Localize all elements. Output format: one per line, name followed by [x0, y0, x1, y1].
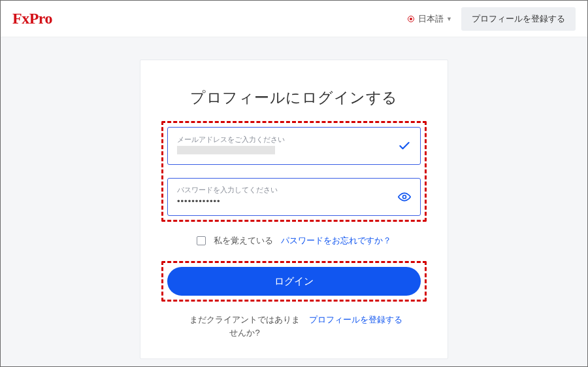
register-profile-link[interactable]: プロフィールを登録する: [309, 313, 402, 339]
password-field[interactable]: パスワードを入力してください ••••••••••••: [167, 178, 421, 216]
fields-highlight: メールアドレスをご入力ください パスワードを入力してください •••••••••…: [161, 121, 427, 222]
not-client-text: まだクライアントではありませんか?: [186, 313, 304, 339]
svg-point-0: [403, 196, 406, 199]
remember-checkbox[interactable]: [197, 236, 206, 245]
signup-row: まだクライアントではありませんか? プロフィールを登録する: [161, 313, 427, 339]
check-icon: [398, 139, 411, 152]
header: FxPro 日本語 ▼ プロフィールを登録する: [1, 1, 587, 37]
email-value: [177, 146, 275, 154]
register-button[interactable]: プロフィールを登録する: [461, 7, 576, 31]
email-label: メールアドレスをご入力ください: [177, 136, 394, 143]
email-field[interactable]: メールアドレスをご入力ください: [167, 127, 421, 165]
forgot-password-link[interactable]: パスワードをお忘れですか？: [281, 235, 391, 247]
remember-forgot-row: 私を覚えている パスワードをお忘れですか？: [161, 235, 427, 247]
language-selector[interactable]: 日本語 ▼: [408, 13, 452, 25]
password-label: パスワードを入力してください: [177, 186, 394, 194]
eye-icon[interactable]: [398, 190, 411, 203]
login-card: プロフィールにログインする メールアドレスをご入力ください パスワードを入力して…: [140, 60, 448, 359]
login-button[interactable]: ログイン: [167, 267, 421, 296]
header-right: 日本語 ▼ プロフィールを登録する: [408, 7, 576, 31]
login-title: プロフィールにログインする: [161, 88, 427, 108]
login-button-highlight: ログイン: [161, 261, 427, 302]
japan-flag-icon: [408, 16, 414, 22]
logo: FxPro: [12, 10, 52, 27]
chevron-down-icon: ▼: [446, 16, 452, 22]
password-value: ••••••••••••: [177, 196, 394, 206]
language-label: 日本語: [418, 13, 444, 25]
remember-label: 私を覚えている: [214, 235, 273, 247]
